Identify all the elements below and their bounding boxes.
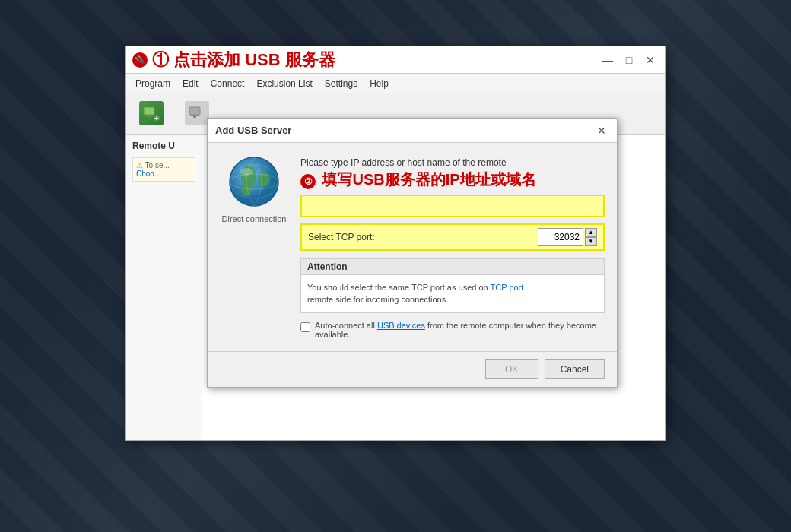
connection-label: Direct connection — [222, 214, 287, 223]
window-controls: — □ ✕ — [599, 52, 659, 68]
autoconnect-checkbox[interactable] — [300, 322, 310, 332]
svg-rect-2 — [148, 116, 151, 118]
minimize-button[interactable]: — — [599, 52, 616, 68]
annotation-overlay: ② 填写USB服务器的IP地址或域名 — [300, 169, 605, 190]
dialog-body: Direct connection Please type IP address… — [208, 143, 617, 351]
close-button[interactable]: ✕ — [642, 52, 659, 68]
app-icon: 🔌 — [132, 52, 148, 68]
port-increment-button[interactable]: ▲ — [585, 228, 597, 237]
ip-address-input[interactable] — [300, 195, 605, 217]
dialog-title-bar: Add USB Server ✕ — [208, 119, 617, 143]
attention-title: Attention — [301, 259, 604, 275]
dialog-form: Please type IP address or host name of t… — [300, 155, 605, 339]
warning-box: ⚠ To se... Choo... — [132, 157, 195, 182]
circle-2: ② — [300, 174, 316, 189]
autoconnect-label: Auto-connect all USB devices from the re… — [315, 321, 605, 339]
tcp-port-row: Select TCP port: ▲ ▼ — [300, 223, 605, 251]
menu-edit[interactable]: Edit — [176, 77, 205, 90]
port-label: Select TCP port: — [308, 232, 532, 242]
left-panel-title: Remote U — [132, 141, 195, 151]
menu-settings[interactable]: Settings — [319, 77, 364, 90]
attention-body: You should select the same TCP port as u… — [301, 275, 604, 312]
svg-point-14 — [240, 168, 253, 176]
svg-point-11 — [241, 184, 252, 196]
svg-rect-0 — [144, 107, 154, 115]
add-server-button[interactable]: + — [131, 97, 172, 131]
title-bar: 🔌 ① 点击添加 USB 服务器 — □ ✕ — [126, 46, 665, 74]
svg-rect-1 — [145, 115, 153, 116]
menu-bar: Program Edit Connect Exclusion List Sett… — [126, 74, 665, 93]
globe-icon — [227, 155, 281, 208]
port-input[interactable] — [538, 228, 583, 246]
computer-icon — [185, 101, 209, 125]
attention-box: Attention You should select the same TCP… — [300, 258, 605, 313]
svg-text:+: + — [154, 114, 159, 122]
dialog-title: Add USB Server — [215, 125, 291, 136]
title-annotation: ① 点击添加 USB 服务器 — [152, 49, 335, 71]
add-server-icon: + — [139, 101, 164, 125]
menu-program[interactable]: Program — [129, 77, 176, 90]
prompt-text: Please type IP address or host name of t… — [300, 157, 507, 168]
menu-connect[interactable]: Connect — [205, 77, 251, 90]
annotation-text: 填写USB服务器的IP地址或域名 — [322, 171, 535, 188]
menu-exclusion-list[interactable]: Exclusion List — [250, 77, 318, 90]
port-input-box: ▲ ▼ — [538, 228, 597, 246]
globe-area: Direct connection — [220, 155, 288, 339]
ok-button[interactable]: OK — [485, 359, 538, 379]
port-spinner: ▲ ▼ — [585, 228, 597, 246]
menu-help[interactable]: Help — [364, 77, 395, 90]
usb-devices-link[interactable]: USB devices — [377, 321, 425, 330]
autoconnect-row: Auto-connect all USB devices from the re… — [300, 321, 605, 339]
add-usb-server-dialog: Add USB Server ✕ — [207, 118, 618, 388]
left-panel: Remote U ⚠ To se... Choo... — [126, 135, 202, 440]
svg-rect-6 — [191, 115, 199, 116]
tcp-port-link[interactable]: TCP port — [491, 283, 524, 292]
svg-rect-5 — [189, 107, 200, 115]
dialog-footer: OK Cancel — [208, 351, 617, 387]
prompt-area: Please type IP address or host name of t… — [300, 155, 605, 190]
dialog-close-button[interactable]: ✕ — [594, 123, 609, 138]
cancel-button[interactable]: Cancel — [545, 359, 605, 379]
svg-rect-7 — [193, 116, 196, 118]
port-decrement-button[interactable]: ▼ — [585, 237, 597, 246]
maximize-button[interactable]: □ — [621, 52, 637, 68]
